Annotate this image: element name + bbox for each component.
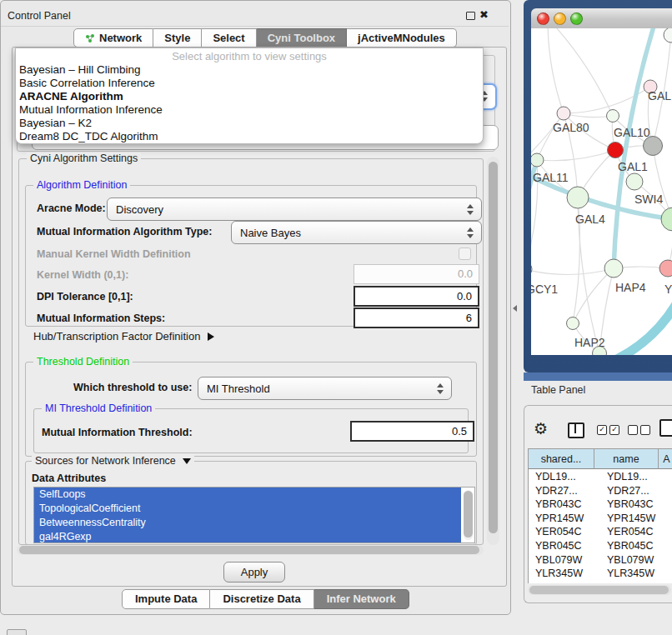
network-node-hap4[interactable] <box>604 259 623 278</box>
deselect-all-icon[interactable] <box>628 425 650 435</box>
hub-definition-expander[interactable]: Hub/Transcription Factor Definition <box>33 330 214 342</box>
dropdown-item-bayesian-hill-climbing[interactable]: Bayesian – Hill Climbing <box>16 63 483 77</box>
which-threshold-combobox[interactable]: MI Threshold <box>198 377 452 400</box>
network-node[interactable] <box>664 28 672 42</box>
control-panel-titlebar[interactable] <box>1 8 509 27</box>
network-node-swi4[interactable] <box>626 173 643 190</box>
network-canvas[interactable]: GALGAL80GAL10GAL1GAL11SWI4GAL4GCY1HAP4YH… <box>531 28 672 355</box>
network-edge <box>548 28 564 113</box>
network-icon <box>85 33 95 43</box>
dropdown-item-dream8-dc-tdc-algorithm[interactable]: Dream8 DC_TDC Algorithm <box>16 130 483 143</box>
node-label-y: Y <box>664 282 672 296</box>
tab-network[interactable]: Network <box>73 28 153 48</box>
table-row[interactable]: YBL079WYBL079W <box>529 553 672 568</box>
page-icon[interactable] <box>659 419 672 437</box>
control-panel-tabs: NetworkStyleSelectCyni ToolboxjActiveMNo… <box>73 28 457 48</box>
network-node-gal80[interactable] <box>557 107 570 120</box>
column-header-a[interactable]: A <box>659 448 672 469</box>
table-row[interactable]: YIL052CYIL052C9. <box>529 581 672 583</box>
node-label-gal10: GAL10 <box>614 126 650 139</box>
select-all-icon[interactable]: ✓✓ <box>597 425 619 435</box>
bottom-tab-discretize-data[interactable]: Discretize Data <box>210 589 313 609</box>
network-node-gal1[interactable] <box>608 142 624 158</box>
bottom-corner-icon[interactable] <box>7 629 27 635</box>
dropdown-item-aracne-algorithm[interactable]: ARACNE Algorithm <box>16 90 483 103</box>
tab-label: Style <box>164 29 190 47</box>
table-row[interactable]: YPR145WYPR145W9. <box>529 512 672 526</box>
table-row[interactable]: YDR27...YDR27...12 <box>529 484 672 498</box>
tab-cyni-toolbox[interactable]: Cyni Toolbox <box>257 28 347 48</box>
control-panel-title: Control Panel <box>8 10 71 22</box>
dropdown-item-mutual-information-inference[interactable]: Mutual Information Inference <box>16 103 483 117</box>
close-traffic-light-icon[interactable] <box>537 12 549 25</box>
tab-style[interactable]: Style <box>153 28 202 48</box>
table-row[interactable]: YLR345WYLR345W9. <box>529 567 672 581</box>
hub-definition-label: Hub/Transcription Factor Definition <box>33 330 200 342</box>
attribute-item-topologicalcoefficient[interactable]: TopologicalCoefficient <box>34 502 461 516</box>
network-node-y[interactable] <box>659 260 672 277</box>
columns-icon[interactable] <box>568 422 584 438</box>
mi-type-combobox[interactable]: Naive Bayes <box>231 221 482 244</box>
desktop-background <box>524 372 672 381</box>
node-table: shared...nameA YDL19...YDL19...13YDR27..… <box>528 448 672 583</box>
column-header-shared[interactable]: shared... <box>529 448 594 469</box>
network-node-hap2[interactable] <box>567 318 579 330</box>
settings-group-title: Cyni Algorithm Settings <box>27 152 141 164</box>
tab-jactivemnodules[interactable]: jActiveMNodules <box>347 28 457 48</box>
settings-vertical-scrollbar-thumb[interactable] <box>489 162 498 533</box>
apply-button[interactable]: Apply <box>223 562 285 582</box>
network-edge <box>564 113 613 118</box>
table-cell: YER054C <box>529 525 600 539</box>
list-scrollbar[interactable] <box>464 490 473 540</box>
table-cell: YBL079W <box>600 553 670 568</box>
mi-steps-label: Mutual Information Steps: <box>37 312 165 324</box>
dpi-tolerance-label: DPI Tolerance [0,1]: <box>37 291 133 302</box>
splitter-collapse-icon[interactable] <box>513 305 517 312</box>
dpi-tolerance-field[interactable]: 0.0 <box>354 286 479 307</box>
float-window-icon[interactable] <box>466 12 475 20</box>
network-edge <box>608 298 672 355</box>
table-cell: YDL19... <box>600 470 670 484</box>
aracne-mode-combobox[interactable]: Discovery <box>107 198 482 221</box>
table-row[interactable]: YDL19...YDL19...13 <box>529 470 672 484</box>
network-node-gal10[interactable] <box>607 110 619 122</box>
network-node[interactable] <box>661 208 672 231</box>
table-row[interactable]: YBR045CYBR045C9. <box>529 539 672 553</box>
table-horizontal-scrollbar-thumb[interactable] <box>529 586 669 594</box>
gear-icon[interactable]: ⚙ <box>534 419 548 438</box>
table-row[interactable]: YER054CYER054C8. <box>529 525 672 539</box>
dropdown-item-basic-correlation-inference[interactable]: Basic Correlation Inference <box>16 77 483 90</box>
node-label-gcy1: GCY1 <box>531 282 558 296</box>
column-header-name[interactable]: name <box>594 448 659 469</box>
manual-kernel-checkbox[interactable] <box>459 248 471 260</box>
combo-arrows-icon <box>467 204 474 215</box>
zoom-traffic-light-icon[interactable] <box>570 12 583 25</box>
bottom-tab-infer-network[interactable]: Infer Network <box>314 589 409 609</box>
network-window-titlebar[interactable] <box>531 8 672 29</box>
table-cell: YBR043C <box>600 498 670 512</box>
node-label-gal80: GAL80 <box>553 121 589 134</box>
close-icon[interactable]: ✖ <box>479 8 489 21</box>
bottom-tab-impute-data[interactable]: Impute Data <box>122 589 210 609</box>
table-cell: YPR145W <box>600 512 670 526</box>
application-root: Control Panel ✖ NetworkStyleSelectCyni T… <box>0 0 672 635</box>
mi-threshold-field[interactable]: 0.5 <box>350 421 474 442</box>
attribute-item-gal4rgexp[interactable]: gal4RGexp <box>34 530 461 543</box>
table-cell: YBL079W <box>529 553 600 568</box>
attribute-item-selfloops[interactable]: SelfLoops <box>34 488 461 502</box>
table-cell: YDR27... <box>529 484 600 498</box>
dropdown-item-bayesian-k2[interactable]: Bayesian – K2 <box>16 117 483 130</box>
network-node-gcy1[interactable] <box>531 262 532 277</box>
minimize-traffic-light-icon[interactable] <box>554 12 566 25</box>
combo-arrows-icon <box>467 228 474 238</box>
tab-select[interactable]: Select <box>202 28 256 48</box>
kernel-width-field[interactable]: 0.0 <box>354 264 479 284</box>
mi-steps-field[interactable]: 6 <box>354 308 479 328</box>
network-node-gal11[interactable] <box>531 153 544 167</box>
settings-horizontal-scrollbar-thumb[interactable] <box>19 546 479 554</box>
table-row[interactable]: YBR043CYBR043C <box>529 498 672 512</box>
attribute-item-betweennesscentrality[interactable]: BetweennessCentrality <box>34 516 461 530</box>
table-cell: YER054C <box>600 525 670 539</box>
sources-group-header[interactable]: Sources for Network Inference <box>32 455 194 467</box>
network-node-gal4[interactable] <box>567 187 589 208</box>
